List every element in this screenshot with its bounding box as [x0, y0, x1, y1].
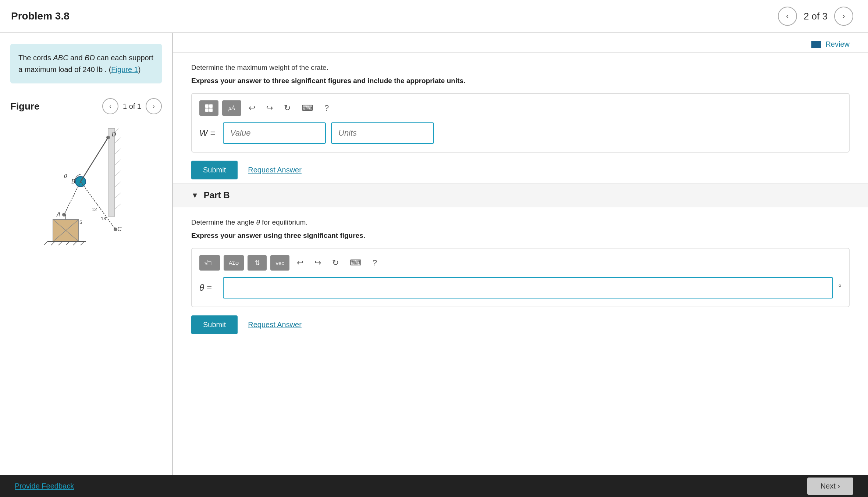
svg-line-31: [51, 242, 55, 245]
request-answer-a[interactable]: Request Answer: [248, 166, 302, 174]
grid-icon-a: [205, 104, 213, 112]
svg-line-7: [115, 171, 121, 176]
svg-text:12: 12: [92, 207, 97, 212]
svg-rect-39: [205, 108, 209, 112]
svg-line-33: [66, 242, 70, 245]
part-a-eq-label: W =: [199, 128, 218, 138]
mu-button-a[interactable]: μÅ: [222, 100, 241, 116]
part-a-input-row: W =: [199, 122, 842, 144]
review-link[interactable]: Review: [811, 40, 850, 49]
figure-label: Figure: [10, 101, 39, 112]
header-nav: ‹ 2 of 3 ›: [778, 7, 853, 26]
part-b-actions: Submit Request Answer: [191, 315, 850, 334]
greek-button-b[interactable]: ΑΣφ: [224, 255, 244, 271]
request-answer-b[interactable]: Request Answer: [248, 321, 302, 329]
svg-rect-38: [209, 104, 213, 108]
svg-line-5: [115, 149, 121, 154]
svg-text:13: 13: [101, 216, 106, 221]
units-input-a[interactable]: [331, 122, 434, 144]
main-layout: The cords ABC and BD can each support a …: [0, 33, 868, 497]
svg-text:√□: √□: [204, 260, 211, 266]
undo-button-b[interactable]: ↩: [293, 256, 307, 270]
part-b-header: ▼ Part B: [173, 183, 868, 207]
figure-nav: ‹ 1 of 1 ›: [102, 98, 162, 114]
part-b-question: Determine the angle θ for equilibrium.: [191, 218, 850, 226]
refresh-button-a[interactable]: ↻: [280, 101, 294, 115]
svg-rect-0: [108, 128, 115, 217]
angle-input-b[interactable]: [223, 277, 833, 298]
grid-button-a[interactable]: [199, 100, 218, 116]
submit-button-b[interactable]: Submit: [191, 315, 238, 334]
part-b-answer-box: √□ ΑΣφ ⇅ vec ↩ ↪ ↻ ⌨ ? θ = °: [191, 248, 850, 307]
refresh-button-b[interactable]: ↻: [328, 256, 342, 270]
left-panel: The cords ABC and BD can each support a …: [0, 33, 173, 497]
svg-line-19: [64, 182, 81, 215]
keyboard-button-a[interactable]: ⌨: [298, 101, 317, 115]
degree-symbol: °: [838, 283, 842, 293]
vec-button-b[interactable]: vec: [270, 255, 289, 271]
part-b-input-row: θ = °: [199, 277, 842, 298]
part-a-question: Determine the maximum weight of the crat…: [191, 64, 850, 72]
part-a-answer-box: μÅ ↩ ↪ ↻ ⌨ ? W =: [191, 93, 850, 153]
part-a-actions: Submit Request Answer: [191, 161, 850, 179]
figure-prev-button[interactable]: ‹: [102, 98, 118, 114]
provide-feedback-link[interactable]: Provide Feedback: [15, 482, 74, 490]
figure-svg: D B θ A C: [24, 121, 149, 246]
figure-header: Figure ‹ 1 of 1 ›: [10, 98, 162, 114]
redo-button-a[interactable]: ↪: [263, 101, 277, 115]
review-bar: Review: [173, 33, 868, 53]
math-button-b[interactable]: √□: [199, 255, 220, 271]
svg-rect-40: [209, 108, 213, 112]
svg-line-8: [115, 182, 121, 187]
footer-bar: Provide Feedback Next ›: [0, 475, 868, 497]
svg-text:C: C: [117, 226, 122, 232]
svg-line-6: [115, 160, 121, 165]
arrows-button-b[interactable]: ⇅: [248, 255, 267, 271]
figure-section: Figure ‹ 1 of 1 ›: [10, 98, 162, 246]
part-b-title: Part B: [204, 190, 230, 200]
keyboard-button-b[interactable]: ⌨: [346, 256, 365, 270]
review-label: Review: [825, 40, 850, 49]
svg-text:5: 5: [79, 219, 82, 225]
toolbar-b: √□ ΑΣφ ⇅ vec ↩ ↪ ↻ ⌨ ?: [199, 255, 842, 271]
figure-image: D B θ A C: [10, 121, 162, 246]
help-button-a[interactable]: ?: [321, 101, 332, 115]
part-b-section: Determine the angle θ for equilibrium. E…: [173, 207, 868, 338]
submit-button-a[interactable]: Submit: [191, 161, 238, 179]
problem-title: Problem 3.8: [11, 10, 70, 22]
sqrt-icon-b: √□: [204, 259, 215, 267]
part-b-eq-label: θ =: [199, 283, 218, 293]
svg-line-4: [115, 137, 121, 143]
svg-line-35: [81, 242, 84, 245]
redo-button-b[interactable]: ↪: [311, 256, 325, 270]
undo-button-a[interactable]: ↩: [245, 101, 259, 115]
part-a-section: Determine the maximum weight of the crat…: [173, 53, 868, 183]
header: Problem 3.8 ‹ 2 of 3 ›: [0, 0, 868, 33]
page-indicator: 2 of 3: [804, 11, 828, 22]
svg-line-32: [58, 242, 62, 245]
svg-text:D: D: [112, 131, 116, 137]
help-button-b[interactable]: ?: [369, 256, 381, 270]
next-page-button[interactable]: ›: [834, 7, 853, 26]
value-input-a[interactable]: [223, 122, 326, 144]
part-a-instruction: Express your answer to three significant…: [191, 77, 850, 85]
svg-line-10: [115, 204, 121, 209]
right-panel: Review Determine the maximum weight of t…: [173, 33, 868, 497]
svg-text:θ: θ: [64, 173, 67, 179]
toolbar-a: μÅ ↩ ↪ ↻ ⌨ ?: [199, 100, 842, 116]
part-b-instruction: Express your answer using three signific…: [191, 232, 850, 240]
svg-line-34: [73, 242, 77, 245]
next-button[interactable]: Next ›: [807, 478, 853, 495]
svg-line-30: [44, 242, 47, 245]
prev-page-button[interactable]: ‹: [778, 7, 797, 26]
figure-count: 1 of 1: [123, 102, 141, 111]
figure-link[interactable]: Figure 1: [111, 65, 138, 74]
review-icon: [811, 41, 821, 48]
svg-text:A: A: [56, 211, 61, 218]
svg-line-15: [81, 137, 108, 182]
collapse-arrow-b[interactable]: ▼: [191, 191, 199, 200]
svg-rect-37: [205, 104, 209, 108]
problem-info: The cords ABC and BD can each support a …: [10, 44, 162, 83]
figure-next-button[interactable]: ›: [146, 98, 162, 114]
svg-line-9: [115, 193, 121, 198]
